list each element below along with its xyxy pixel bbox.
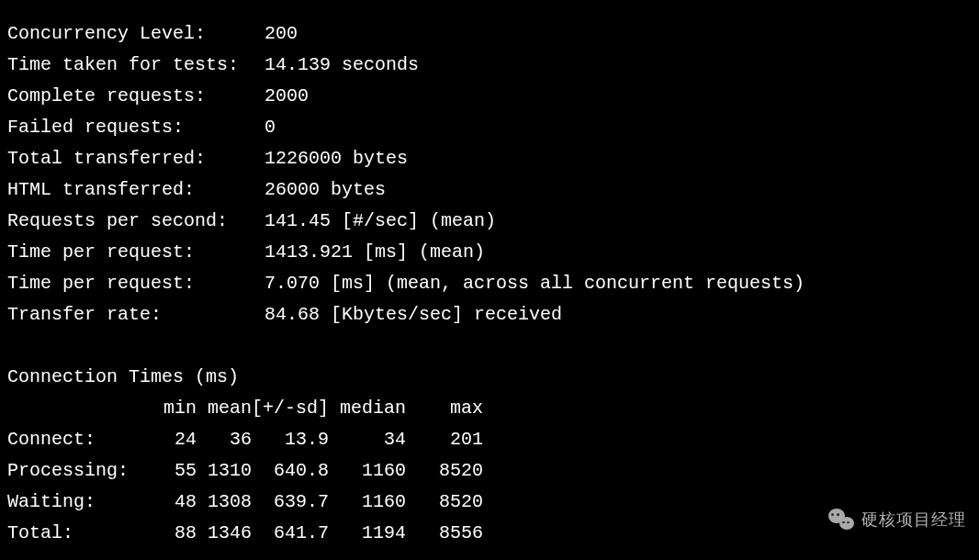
cell-label: Waiting: bbox=[7, 487, 145, 518]
summary-row: Concurrency Level:200 bbox=[7, 18, 805, 50]
summary-label: Time taken for tests: bbox=[7, 50, 264, 81]
cell-max: 8520 bbox=[406, 487, 483, 518]
cell-min: 24 bbox=[145, 424, 197, 455]
summary-value: 1226000 bytes bbox=[264, 143, 805, 174]
cell-min: 88 bbox=[145, 518, 197, 549]
summary-value: 141.45 [#/sec] (mean) bbox=[264, 206, 805, 237]
summary-label: Complete requests: bbox=[7, 81, 264, 112]
connection-time-row: Connect:243613.934201 bbox=[7, 424, 483, 455]
cell-mean: 1308 bbox=[197, 487, 252, 518]
summary-value: 7.070 [ms] (mean, across all concurrent … bbox=[264, 268, 805, 299]
summary-value: 14.139 seconds bbox=[264, 50, 805, 81]
summary-row: Total transferred:1226000 bytes bbox=[7, 143, 805, 174]
connection-time-row: Total:881346641.711948556 bbox=[7, 518, 483, 549]
summary-label: Failed requests: bbox=[7, 112, 264, 143]
connection-time-row: Waiting:481308639.711608520 bbox=[7, 487, 483, 518]
summary-row: Requests per second:141.45 [#/sec] (mean… bbox=[7, 206, 805, 237]
watermark-text: 硬核项目经理 bbox=[861, 506, 966, 534]
cell-max: 8556 bbox=[406, 518, 483, 549]
cell-label: Connect: bbox=[7, 424, 145, 455]
cell-sd: 640.8 bbox=[252, 455, 329, 487]
connection-times-table: min mean [+/-sd] median max Connect:2436… bbox=[7, 393, 483, 549]
cell-label: Processing: bbox=[7, 455, 145, 487]
summary-value: 200 bbox=[264, 18, 805, 50]
cell-median: 1194 bbox=[329, 518, 406, 549]
cell-sd: 641.7 bbox=[252, 518, 329, 549]
summary-value: 0 bbox=[264, 112, 805, 143]
summary-row: Failed requests:0 bbox=[7, 112, 805, 143]
connection-time-row: Processing:551310640.811608520 bbox=[7, 455, 483, 487]
watermark: 硬核项目经理 bbox=[828, 506, 966, 534]
cell-median: 34 bbox=[329, 424, 406, 455]
summary-value: 26000 bytes bbox=[264, 174, 805, 206]
cell-median: 1160 bbox=[329, 455, 406, 487]
cell-min: 48 bbox=[145, 487, 197, 518]
summary-row: Time per request:7.070 [ms] (mean, acros… bbox=[7, 268, 805, 299]
connection-times-header: Connection Times (ms) bbox=[7, 362, 972, 393]
cell-median: 1160 bbox=[329, 487, 406, 518]
summary-row: Transfer rate:84.68 [Kbytes/sec] receive… bbox=[7, 299, 805, 330]
summary-value: 84.68 [Kbytes/sec] received bbox=[264, 299, 805, 330]
summary-label: Requests per second: bbox=[7, 206, 264, 237]
cell-max: 201 bbox=[406, 424, 483, 455]
summary-value: 2000 bbox=[264, 81, 805, 112]
summary-row: Time taken for tests:14.139 seconds bbox=[7, 50, 805, 81]
wechat-icon bbox=[828, 509, 856, 532]
cell-mean: 36 bbox=[197, 424, 252, 455]
summary-row: Complete requests:2000 bbox=[7, 81, 805, 112]
summary-label: HTML transferred: bbox=[7, 174, 264, 206]
summary-value: 1413.921 [ms] (mean) bbox=[264, 237, 805, 268]
cell-mean: 1346 bbox=[197, 518, 252, 549]
summary-row: Time per request:1413.921 [ms] (mean) bbox=[7, 237, 805, 268]
summary-table: Concurrency Level:200Time taken for test… bbox=[7, 18, 805, 330]
summary-row: HTML transferred:26000 bytes bbox=[7, 174, 805, 206]
summary-label: Transfer rate: bbox=[7, 299, 264, 330]
summary-label: Time per request: bbox=[7, 268, 264, 299]
cell-mean: 1310 bbox=[197, 455, 252, 487]
cell-sd: 639.7 bbox=[252, 487, 329, 518]
summary-label: Concurrency Level: bbox=[7, 18, 264, 50]
summary-label: Total transferred: bbox=[7, 143, 264, 174]
summary-label: Time per request: bbox=[7, 237, 264, 268]
connection-times-columns: min mean [+/-sd] median max bbox=[7, 393, 483, 424]
cell-label: Total: bbox=[7, 518, 145, 549]
cell-min: 55 bbox=[145, 455, 197, 487]
cell-sd: 13.9 bbox=[252, 424, 329, 455]
cell-max: 8520 bbox=[406, 455, 483, 487]
